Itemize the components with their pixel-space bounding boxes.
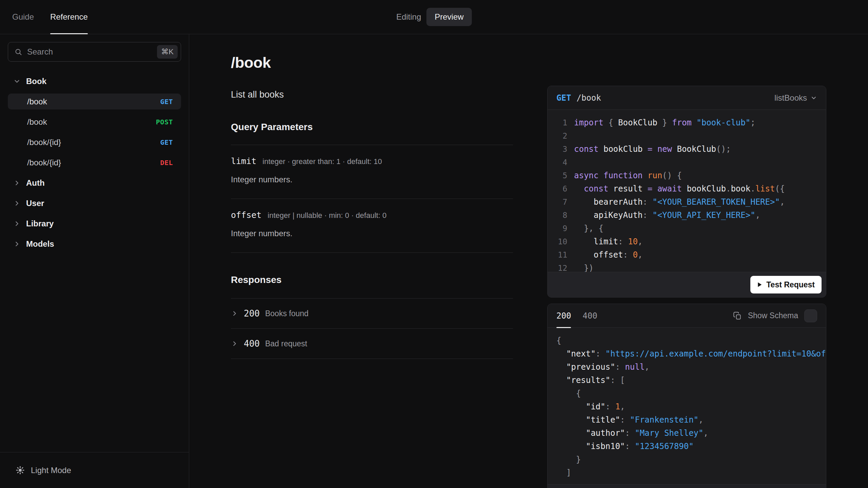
request-card-footer: Test Request: [548, 272, 826, 297]
sidebar-item-path: /book: [27, 117, 47, 127]
code-line: 12 }): [556, 261, 826, 272]
param-meta: integer | nullable · min: 0 · default: 0: [268, 211, 387, 220]
code-line: 5async function run() {: [556, 169, 826, 182]
request-method: GET: [556, 93, 571, 103]
method-badge: DEL: [160, 159, 173, 167]
tab-reference[interactable]: Reference: [50, 0, 88, 34]
mode-toggle: Editing Preview: [396, 8, 472, 26]
code-line: 6 const result = await bookClub.book.lis…: [556, 182, 826, 195]
param-description: Integer numbers.: [231, 229, 513, 238]
sidebar-footer: Light Mode: [0, 452, 189, 488]
shell: Search ⌘K Book/bookGET/bookPOST/book/{id…: [0, 34, 868, 488]
code-line-number: 10: [556, 237, 567, 246]
method-badge: GET: [160, 138, 173, 146]
sidebar-item-post-book[interactable]: /bookPOST: [8, 114, 181, 130]
param-header: offsetinteger | nullable · min: 0 · defa…: [231, 210, 513, 220]
preview-tab[interactable]: Preview: [427, 8, 472, 26]
method-badge: GET: [160, 98, 173, 106]
tab-guide[interactable]: Guide: [12, 0, 34, 34]
code-text: const result = await bookClub.book.list(…: [574, 184, 785, 194]
response-row-400[interactable]: 400Bad request: [231, 329, 513, 359]
responses-list: 200Books found400Bad request: [231, 298, 513, 359]
code-line: 4: [556, 156, 826, 169]
response-tab-400[interactable]: 400: [583, 304, 597, 328]
code-text: const bookClub = new BookClub();: [574, 144, 731, 154]
copy-icon[interactable]: [733, 311, 742, 320]
query-parameters-list: limitinteger · greater than: 1 · default…: [231, 145, 513, 253]
json-line: "id": 1,: [556, 400, 826, 413]
code-text: bearerAuth: "<YOUR_BEARER_TOKEN_HERE>",: [574, 197, 785, 207]
topbar: GuideReference Editing Preview: [0, 0, 868, 34]
sidebar-group-user[interactable]: User: [8, 195, 181, 211]
sidebar-item-get-bookid[interactable]: /book/{id}GET: [8, 134, 181, 150]
code-line: 2: [556, 129, 826, 142]
operation-summary: List all books: [231, 89, 513, 100]
param-limit: limitinteger · greater than: 1 · default…: [231, 145, 513, 199]
code-text: "previous": null,: [556, 362, 650, 372]
sidebar-item-del-bookid[interactable]: /book/{id}DEL: [8, 155, 181, 170]
json-line: "title": "Frankenstein",: [556, 413, 826, 426]
code-text: }): [574, 263, 594, 272]
response-card-header: 200400 Show Schema: [548, 304, 826, 328]
code-line: 1import { BookClub } from "book-club";: [556, 116, 826, 129]
sidebar-item-path: /book/{id}: [27, 158, 61, 167]
json-line: "next": "https://api.example.com/endpoin…: [556, 347, 826, 360]
sidebar-group-label: Models: [26, 239, 54, 249]
code-text: "isbn10": "1234567890": [556, 442, 694, 451]
method-badge: POST: [156, 118, 173, 126]
sidebar-group-auth[interactable]: Auth: [8, 175, 181, 191]
sidebar-group-book[interactable]: Book: [8, 73, 181, 89]
response-json-body: { "next": "https://api.example.com/endpo…: [548, 328, 826, 484]
response-card-footer: [548, 484, 826, 488]
light-mode-button[interactable]: Light Mode: [16, 466, 71, 475]
response-header-controls: Show Schema: [733, 309, 817, 322]
code-line-number: 11: [556, 250, 567, 259]
code-text: apiKeyAuth: "<YOUR_API_KEY_HERE>",: [574, 210, 760, 220]
code-line: 8 apiKeyAuth: "<YOUR_API_KEY_HERE>",: [556, 208, 826, 222]
show-schema-toggle[interactable]: [804, 309, 817, 322]
sidebar-group-label: User: [26, 199, 44, 208]
editing-tab[interactable]: Editing: [396, 12, 421, 22]
sidebar-group-models[interactable]: Models: [8, 236, 181, 252]
response-tab-200[interactable]: 200: [556, 304, 571, 328]
chevron-right-icon: [13, 179, 21, 187]
code-line-number: 7: [556, 198, 567, 206]
section-heading-responses: Responses: [231, 274, 513, 285]
code-line-number: 9: [556, 224, 567, 233]
operation-selector[interactable]: listBooks: [774, 93, 817, 103]
code-line-number: 12: [556, 264, 567, 272]
test-request-button[interactable]: Test Request: [750, 276, 822, 293]
json-line: ]: [556, 466, 826, 479]
code-line: 10 limit: 10,: [556, 235, 826, 248]
example-column: GET /book listBooks 1import { BookClub }…: [547, 34, 826, 488]
operation-name: listBooks: [774, 93, 807, 103]
code-text: "title": "Frankenstein",: [556, 415, 704, 425]
code-text: {: [556, 389, 581, 398]
documentation-column: /book List all books Query Parameters li…: [231, 34, 513, 488]
response-code: 200: [244, 308, 260, 319]
app-root: GuideReference Editing Preview Search ⌘K…: [0, 0, 868, 488]
sidebar-group-library[interactable]: Library: [8, 216, 181, 231]
code-line-number: 4: [556, 158, 567, 167]
json-line: "results": [: [556, 373, 826, 387]
sidebar-item-get-book[interactable]: /bookGET: [8, 94, 181, 109]
code-line: 3const bookClub = new BookClub();: [556, 142, 826, 156]
code-line: 7 bearerAuth: "<YOUR_BEARER_TOKEN_HERE>"…: [556, 195, 826, 208]
command-k-shortcut: ⌘K: [157, 45, 178, 59]
search-input[interactable]: Search ⌘K: [8, 42, 181, 62]
show-schema-label: Show Schema: [748, 311, 798, 320]
code-sample: 1import { BookClub } from "book-club";23…: [548, 110, 826, 272]
sidebar-group-label: Book: [26, 77, 46, 86]
sidebar: Search ⌘K Book/bookGET/bookPOST/book/{id…: [0, 34, 189, 488]
code-line-number: 8: [556, 211, 567, 220]
response-code: 400: [244, 339, 260, 349]
param-name: limit: [231, 156, 256, 166]
json-line: "previous": null,: [556, 360, 826, 373]
response-row-200[interactable]: 200Books found: [231, 299, 513, 329]
code-line-number: 1: [556, 118, 567, 127]
sidebar-item-path: /book/{id}: [27, 138, 61, 147]
json-line: "author": "Mary Shelley",: [556, 426, 826, 440]
json-line: "isbn10": "1234567890": [556, 440, 826, 453]
chevron-right-icon: [231, 340, 238, 347]
main-content: /book List all books Query Parameters li…: [189, 34, 868, 488]
